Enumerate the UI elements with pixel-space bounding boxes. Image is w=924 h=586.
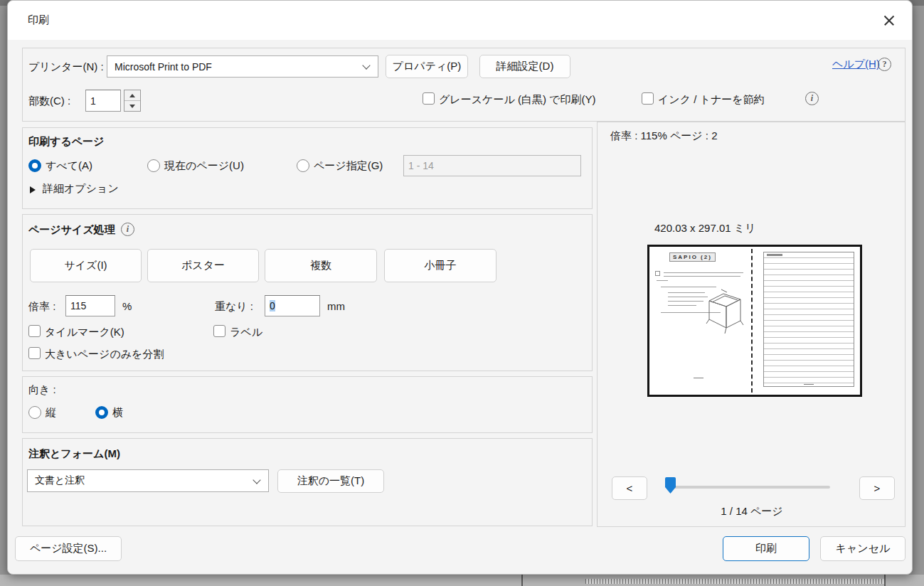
booklet-button[interactable]: 小冊子 — [384, 249, 496, 282]
grayscale-label[interactable]: グレースケール (白黒) で印刷(Y) — [439, 93, 595, 107]
ink-saver-info-icon[interactable]: i — [805, 92, 819, 105]
copies-value: 1 — [90, 95, 96, 107]
landscape-radio[interactable] — [95, 406, 108, 419]
preview-panel: 倍率 : 115% ページ : 2 420.03 x 297.01 ミリ SAP… — [597, 122, 906, 527]
pages-current-radio[interactable] — [147, 159, 160, 172]
pages-all-label[interactable]: すべて(A) — [46, 159, 92, 173]
tile-cut-line — [751, 249, 753, 393]
thumb-line — [668, 305, 696, 306]
print-button[interactable]: 印刷 — [723, 536, 809, 561]
printer-illustration — [703, 287, 746, 342]
landscape-label[interactable]: 横 — [112, 406, 123, 420]
tile-marks-checkbox[interactable] — [28, 325, 41, 337]
close-icon[interactable] — [878, 9, 901, 32]
advanced-settings-button[interactable]: 詳細設定(D) — [479, 55, 570, 78]
thumb-line — [664, 272, 743, 273]
page-slider-thumb[interactable] — [664, 476, 676, 497]
printer-select-value: Microsoft Print to PDF — [115, 61, 212, 73]
expander-arrow-icon[interactable] — [30, 186, 36, 193]
previous-page-button[interactable]: < — [612, 476, 647, 500]
portrait-label[interactable]: 縦 — [46, 406, 56, 420]
cut-only-checkbox[interactable] — [28, 347, 41, 359]
comments-select-value: 文書と注釈 — [35, 474, 85, 487]
overlap-label: 重なり : — [215, 300, 253, 314]
page-indicator: 1 / 14 ページ — [598, 505, 906, 518]
ink-saver-checkbox[interactable] — [642, 92, 654, 105]
thumb-line — [668, 297, 708, 297]
overlap-unit: mm — [327, 300, 345, 312]
comments-title: 注釈とフォーム(M) — [28, 447, 120, 461]
help-link[interactable]: ヘルプ(H) — [832, 58, 880, 71]
thumb-line — [664, 276, 740, 277]
pages-range-radio[interactable] — [297, 159, 309, 172]
pages-range-value: 1 - 14 — [408, 160, 434, 171]
overlap-input[interactable]: 0 — [265, 295, 320, 316]
thumb-line — [668, 301, 703, 302]
thumb-page-number — [804, 384, 814, 385]
summarize-comments-button[interactable]: 注釈の一覧(T) — [277, 469, 384, 493]
pages-section: 印刷するページ すべて(A) 現在のページ(U) ページ指定(G) 1 - 14… — [22, 127, 593, 209]
preview-page-size: 420.03 x 297.01 ミリ — [654, 222, 755, 235]
help-icon[interactable]: ? — [878, 58, 891, 71]
cancel-button[interactable]: キャンセル — [820, 536, 906, 561]
labels-checkbox[interactable] — [213, 325, 225, 337]
thumb-line — [668, 292, 705, 293]
copies-input[interactable]: 1 — [85, 90, 121, 112]
scale-value: 115 — [70, 300, 86, 311]
scale-label: 倍率 : — [28, 300, 55, 314]
scale-input[interactable]: 115 — [65, 295, 115, 316]
grayscale-checkbox[interactable] — [423, 92, 435, 105]
thumb-line — [657, 280, 668, 281]
scale-unit: % — [122, 300, 132, 312]
sizing-section: ページサイズ処理 i サイズ(I) ポスター 複数 小冊子 倍率 : 115 %… — [22, 214, 593, 371]
labels-label[interactable]: ラベル — [230, 326, 262, 339]
more-options-expander[interactable]: 詳細オプション — [43, 182, 119, 196]
ink-saver-label[interactable]: インク / トナーを節約 — [658, 93, 765, 107]
comments-section: 注釈とフォーム(M) 文書と注釈 注釈の一覧(T) — [22, 438, 593, 526]
dialog-title: 印刷 — [28, 14, 49, 27]
size-button[interactable]: サイズ(I) — [30, 249, 142, 282]
portrait-radio[interactable] — [28, 406, 41, 419]
sizing-section-title: ページサイズ処理 — [28, 223, 115, 237]
stepper-down-icon[interactable] — [124, 101, 140, 111]
multiple-button[interactable]: 複数 — [265, 249, 377, 282]
chevron-down-icon — [253, 476, 260, 484]
pages-range-input[interactable]: 1 - 14 — [403, 155, 581, 176]
background-document-texture — [585, 579, 884, 584]
stepper-up-icon[interactable] — [124, 90, 140, 101]
printer-group: プリンター(N) : Microsoft Print to PDF プロパティ(… — [22, 48, 906, 122]
printer-select[interactable]: Microsoft Print to PDF — [107, 55, 378, 78]
thumb-header-mark — [767, 254, 782, 256]
thumb-mark — [655, 271, 660, 276]
cut-only-label[interactable]: 大きいページのみを分割 — [45, 348, 164, 361]
preview-status: 倍率 : 115% ページ : 2 — [610, 129, 717, 143]
next-page-button[interactable]: > — [859, 476, 895, 500]
thumbnail-doc-title: SAPIO (2) — [669, 252, 716, 262]
page-slider-track[interactable] — [667, 486, 830, 489]
pages-all-radio[interactable] — [28, 159, 41, 172]
properties-button[interactable]: プロパティ(P) — [386, 55, 468, 78]
dialog-titlebar: 印刷 — [8, 1, 912, 40]
copies-label: 部数(C) : — [28, 95, 70, 108]
overlap-value: 0 — [270, 300, 275, 311]
page-setup-button[interactable]: ページ設定(S)... — [15, 536, 122, 561]
comments-select[interactable]: 文書と注釈 — [27, 469, 269, 492]
copies-stepper[interactable] — [124, 90, 141, 112]
orientation-title: 向き : — [28, 383, 56, 397]
thumbnail-ruled-page — [763, 252, 854, 387]
print-dialog: 印刷 プリンター(N) : Microsoft Print to PDF プロパ… — [7, 0, 913, 575]
sizing-info-icon[interactable]: i — [121, 223, 134, 236]
tile-marks-label[interactable]: タイルマーク(K) — [45, 326, 124, 339]
background-divider-line — [884, 575, 886, 586]
poster-button[interactable]: ポスター — [147, 249, 259, 282]
pages-current-label[interactable]: 現在のページ(U) — [164, 159, 244, 173]
thumb-page-number — [694, 378, 703, 378]
pages-section-title: 印刷するページ — [28, 135, 104, 149]
orientation-section: 向き : 縦 横 — [22, 376, 593, 433]
chevron-down-icon — [362, 61, 370, 69]
pages-range-label[interactable]: ページ指定(G) — [314, 159, 383, 173]
preview-thumbnail: SAPIO (2) — [647, 245, 862, 397]
background-divider-line — [521, 575, 523, 586]
printer-label: プリンター(N) : — [28, 60, 104, 74]
